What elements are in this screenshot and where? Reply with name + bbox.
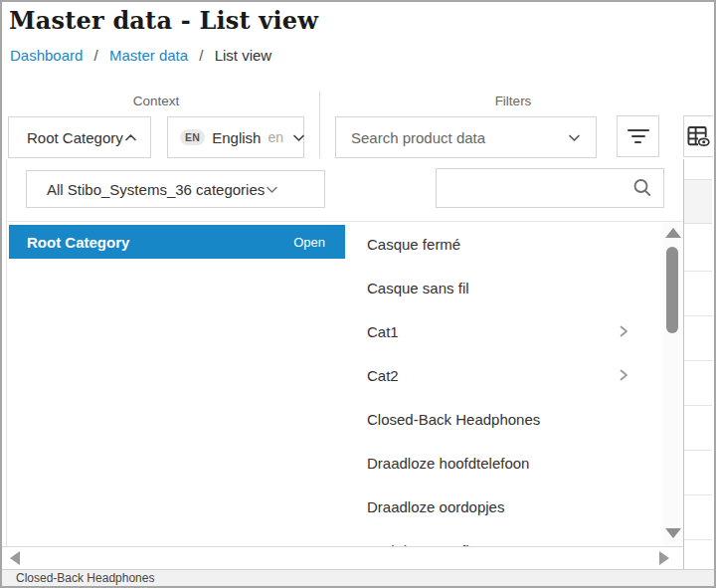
category-picker-panel: All Stibo_Systems_36 categories Root Cat… [6, 159, 683, 546]
language-code: en [268, 129, 283, 145]
context-group-label: Context [8, 94, 304, 108]
category-list-item[interactable]: Casque sans fil [346, 266, 664, 309]
breadcrumb-current: List view [215, 47, 272, 64]
category-scope-value: All Stibo_Systems_36 categories [47, 181, 265, 198]
master-data-list-view-page: Master data - List view Dashboard / Mast… [0, 0, 716, 588]
panel-right-edge [683, 159, 684, 569]
category-item-label: Cat1 [367, 323, 617, 340]
category-list-item[interactable]: Cat2 [346, 353, 664, 397]
scroll-down-button[interactable] [665, 528, 681, 538]
breadcrumb-link-master-data[interactable]: Master data [109, 47, 188, 64]
category-search-box [436, 168, 664, 208]
scroll-thumb[interactable] [666, 247, 678, 333]
category-item-label: Draadloze oordopjes [367, 498, 652, 515]
category-item-label: Casque fermé [367, 236, 652, 253]
selected-category-row[interactable]: Root Category Open [9, 225, 345, 259]
breadcrumb-separator: / [88, 47, 105, 64]
background-table-strip [684, 159, 712, 569]
scroll-up-button[interactable] [665, 228, 681, 238]
category-list-item[interactable]: Cat1 [346, 309, 664, 353]
filters-group-label: Filters [335, 94, 691, 108]
category-list-item[interactable]: Draadloze hoofdtelefoon [346, 441, 664, 485]
vertical-scrollbar[interactable] [663, 222, 684, 546]
category-list-item[interactable]: Closed-Back Headphones [346, 397, 664, 441]
column-visibility-icon [687, 125, 710, 148]
search-icon [631, 177, 653, 199]
chevron-down-icon [291, 130, 306, 145]
product-search-selector[interactable]: Search product data [335, 116, 597, 158]
category-item-label: Casque sans fil [367, 280, 652, 296]
filter-button[interactable] [617, 115, 659, 157]
background-table-header [684, 179, 712, 224]
horizontal-scrollbar[interactable] [2, 546, 683, 569]
context-selector-value: Root Category [27, 129, 123, 146]
context-selector[interactable]: Root Category [8, 116, 151, 158]
chevron-up-icon [123, 130, 138, 145]
category-item-label: Draadloze hoofdtelefoon [367, 455, 652, 472]
open-action-label[interactable]: Open [293, 235, 325, 250]
breadcrumb: Dashboard / Master data / List view [10, 47, 271, 64]
filter-icon [627, 129, 649, 143]
selected-category-label: Root Category [27, 234, 293, 251]
page-title: Master data - List view [9, 6, 318, 35]
scroll-right-button[interactable] [659, 551, 669, 565]
category-search-input[interactable] [447, 180, 631, 197]
category-list: Casque fermé Casque sans fil Cat1 Cat2 C… [346, 222, 664, 546]
category-item-label: Closed-Back Headphones [367, 411, 652, 428]
category-list-item[interactable]: Casque fermé [346, 222, 664, 266]
status-bar: Closed-Back Headphones [2, 569, 714, 586]
chevron-down-icon [265, 182, 279, 197]
chevron-right-icon[interactable] [617, 324, 630, 338]
language-badge: EN [180, 129, 205, 145]
chevron-right-icon[interactable] [617, 368, 630, 382]
scroll-left-button[interactable] [10, 551, 20, 565]
language-selector[interactable]: EN English en [167, 116, 304, 158]
chevron-down-icon [567, 130, 582, 145]
breadcrumb-link-dashboard[interactable]: Dashboard [10, 47, 83, 64]
category-scope-select[interactable]: All Stibo_Systems_36 categories [26, 170, 325, 208]
language-name: English [212, 129, 261, 146]
category-list-item[interactable]: Draadloze oordopjes [346, 485, 664, 528]
status-text: Closed-Back Headphones [2, 571, 154, 585]
toolbar-divider [319, 92, 320, 158]
category-item-label: Cat2 [367, 367, 617, 384]
product-search-placeholder: Search product data [351, 129, 567, 146]
category-list-item[interactable]: Drahtlose Kopfhörer [346, 528, 664, 546]
column-visibility-button[interactable] [683, 115, 713, 157]
breadcrumb-separator: / [192, 47, 210, 64]
